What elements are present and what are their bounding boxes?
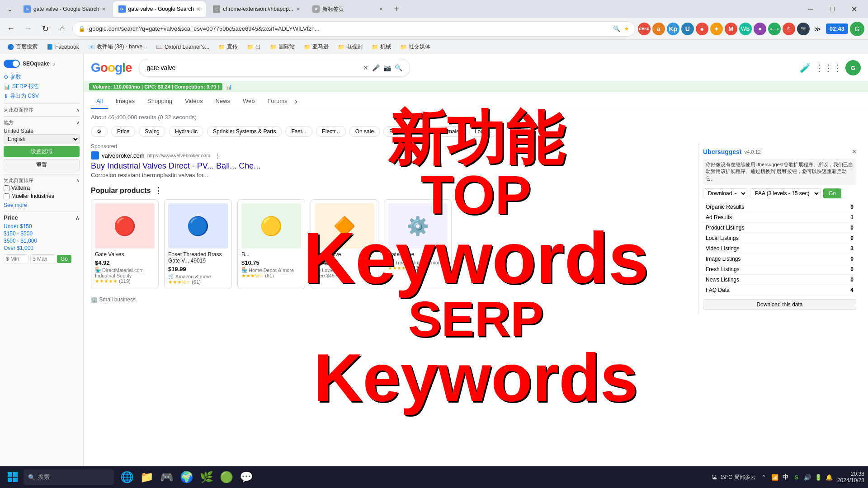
sq-location-heading[interactable]: 地方 ∨	[4, 119, 80, 126]
chevron-more-icon[interactable]: ≫	[811, 23, 824, 35]
uber-download-dropdown[interactable]: Download ~	[703, 188, 747, 198]
price-item-3[interactable]: Over $1,000	[4, 244, 80, 252]
search-input[interactable]	[146, 64, 359, 71]
back-button[interactable]: ←	[4, 22, 18, 36]
filter-options-btn[interactable]: ⚙	[91, 126, 108, 137]
sq-sort-heading[interactable]: 为此页面排序 ∧	[4, 107, 80, 113]
bookmark-intl[interactable]: 📁 国际站	[266, 42, 298, 52]
new-tab-button[interactable]: +	[390, 3, 403, 15]
apps-icon[interactable]: ⋮⋮⋮	[815, 62, 842, 73]
close-button[interactable]: ✕	[844, 2, 864, 16]
see-more-link[interactable]: See more	[4, 202, 80, 208]
price-item-0[interactable]: Under $150	[4, 223, 80, 230]
sq-item-params[interactable]: ⚙ 参数	[4, 72, 80, 82]
labs-icon[interactable]: 🧪	[800, 62, 811, 73]
product-card-2[interactable]: 🟡 B... $10.75 🏪 Home Depot & more ★★★½☆	[237, 199, 305, 289]
search-box[interactable]: ✕ 🎤 📷 🔍	[139, 59, 410, 77]
uber-go-btn[interactable]: Go	[823, 188, 841, 198]
refresh-button[interactable]: ↻	[38, 22, 52, 36]
uber-close-btn[interactable]: ×	[852, 148, 856, 156]
extensions-icon[interactable]: desc	[638, 23, 651, 35]
tab-images[interactable]: Images	[110, 94, 140, 109]
notification-icon[interactable]: 🔔	[825, 473, 834, 482]
ext-icon3[interactable]: ⟷	[768, 23, 781, 35]
download-data-btn[interactable]: Download this data	[703, 299, 856, 310]
chinese-input-icon[interactable]: 中	[781, 473, 790, 482]
maximize-button[interactable]: □	[822, 2, 843, 16]
seoquake-toggle[interactable]	[4, 60, 20, 68]
price-go-button[interactable]: Go	[57, 255, 71, 263]
filter-swing[interactable]: Swing	[139, 126, 165, 137]
set-region-button[interactable]: 设置区域	[4, 146, 80, 157]
taskbar-app-green[interactable]: 🌿	[197, 468, 216, 487]
tab-1-close[interactable]: ×	[102, 5, 105, 13]
ext-wb-icon[interactable]: WB	[739, 23, 752, 35]
bookmark-baidu[interactable]: 🔵 百度搜索	[4, 42, 41, 52]
price-min-input[interactable]	[4, 254, 28, 263]
bookmark-facebook[interactable]: 📘 Facebook	[43, 43, 83, 51]
mueller-checkbox[interactable]	[4, 193, 9, 199]
filter-on-sale[interactable]: On sale	[349, 126, 380, 137]
filter-fast[interactable]: Fast...	[285, 126, 312, 137]
filter-electr[interactable]: Electr...	[316, 126, 346, 137]
tab-web[interactable]: Web	[237, 94, 260, 109]
tab-2-close[interactable]: ×	[197, 5, 200, 13]
arrow-up-icon[interactable]: ⌃	[760, 473, 769, 482]
tab-3-close[interactable]: ×	[296, 5, 300, 13]
filter-sprinkler[interactable]: Sprinkler Systems & Parts	[207, 126, 282, 137]
camera-icon[interactable]: 📷	[383, 64, 391, 71]
lang-s-icon[interactable]: S	[792, 473, 801, 482]
profile-icon[interactable]: G	[850, 22, 864, 36]
taskbar-app-earth[interactable]: 🌍	[177, 468, 196, 487]
ext-sun-icon[interactable]: ✦	[710, 23, 723, 35]
price-item-1[interactable]: $150 - $500	[4, 230, 80, 237]
ext-m-icon[interactable]: M	[725, 23, 737, 35]
ext-k-icon[interactable]: Kp	[667, 23, 679, 35]
tab-1[interactable]: G gate valve - Google Search ×	[18, 1, 111, 17]
bookmark-inbox[interactable]: 📧 收件箱 (38) - harve...	[85, 42, 151, 52]
popular-more-icon[interactable]: ⋮	[154, 186, 162, 196]
filter-buy[interactable]: Buy	[383, 126, 405, 137]
start-button[interactable]	[4, 468, 22, 486]
ad-more-icon[interactable]: ⋮	[215, 152, 221, 159]
tab-list-btn[interactable]: ⌄	[4, 3, 16, 15]
taskbar-app-file[interactable]: 📁	[137, 468, 156, 487]
taskbar-app-chat[interactable]: 💬	[237, 468, 256, 487]
avatar[interactable]: G	[845, 60, 861, 75]
ext-u-icon[interactable]: U	[681, 23, 694, 35]
filter-local[interactable]: Loca...	[469, 126, 497, 137]
taskbar-app-game[interactable]: 🎮	[157, 468, 176, 487]
bookmark-machine[interactable]: 📁 机械	[368, 42, 395, 52]
product-card-4[interactable]: ⚙️ Gate Valve 🏪 Tractor Sup... & more ★★…	[384, 199, 452, 289]
bookmark-amazon[interactable]: 📁 亚马逊	[300, 42, 332, 52]
ext-icon2[interactable]: ■	[754, 23, 766, 35]
bookmark-tv[interactable]: 📁 电视剧	[334, 42, 366, 52]
forward-button[interactable]: →	[21, 22, 35, 36]
search-submit-icon[interactable]: 🔍	[395, 64, 402, 71]
bookmark-promo[interactable]: 📁 宣传	[215, 42, 241, 52]
sq-item-serp[interactable]: 📊 SERP 报告	[4, 82, 80, 91]
tab-all[interactable]: All	[91, 94, 108, 109]
ext-clock-icon[interactable]: ⏱	[783, 23, 795, 35]
tab-4-close[interactable]: ×	[379, 5, 383, 13]
checkbox-mueller[interactable]: Mueller Industries	[4, 192, 80, 200]
tab-more-icon[interactable]: ›	[295, 97, 297, 106]
volume-icon[interactable]: 🔊	[803, 473, 812, 482]
checkbox-valterra[interactable]: Valterra	[4, 184, 80, 192]
bookmark-out[interactable]: 📁 出	[243, 42, 264, 52]
filter-next-icon[interactable]: ›	[500, 127, 503, 136]
tab-forums[interactable]: Forums	[262, 94, 293, 109]
voice-icon[interactable]: 🎤	[372, 64, 380, 71]
product-card-1[interactable]: 🔵 Foset Threaded Brass Gate V... 49019 $…	[164, 199, 232, 289]
battery-icon[interactable]: 🔋	[814, 473, 823, 482]
reset-button[interactable]: 重置	[4, 159, 80, 171]
price-item-2[interactable]: $500 - $1,000	[4, 237, 80, 244]
tab-4[interactable]: ★ 新标签页 ×	[307, 1, 388, 17]
tab-2[interactable]: G gate valve - Google Search ×	[113, 1, 206, 17]
language-select[interactable]: English	[4, 134, 80, 144]
address-bar[interactable]: 🔒 google.com/search?q=gate+valve&sca_esv…	[72, 21, 635, 37]
bookmark-oxford[interactable]: 📖 Oxford Learner's...	[152, 43, 213, 51]
tab-videos[interactable]: Videos	[179, 94, 208, 109]
ext-circle-icon[interactable]: ●	[696, 23, 708, 35]
tab-news[interactable]: News	[210, 94, 236, 109]
